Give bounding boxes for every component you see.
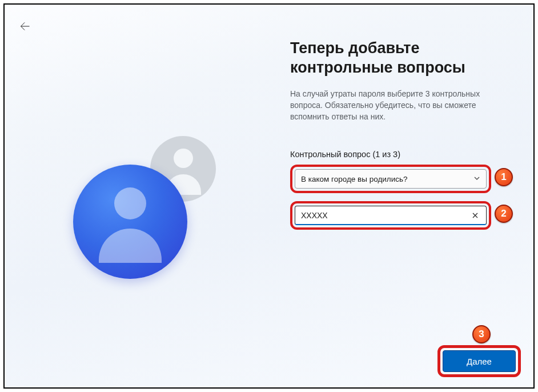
callout-badge-1: 1 xyxy=(495,168,513,186)
clear-input-button[interactable] xyxy=(469,209,481,222)
highlight-answer-input: XXXXX 2 xyxy=(290,201,491,230)
page-title: Теперь добавьте контрольные вопросы xyxy=(290,39,513,78)
security-answer-input[interactable]: XXXXX xyxy=(295,206,487,225)
form-panel: Теперь добавьте контрольные вопросы На с… xyxy=(290,39,513,238)
highlight-next-button: Далее 3 xyxy=(437,345,521,377)
security-question-select[interactable]: В каком городе вы родились? xyxy=(295,169,487,189)
next-button[interactable]: Далее xyxy=(443,350,516,372)
question-section-label: Контрольный вопрос (1 из 3) xyxy=(290,150,513,159)
highlight-question-select: В каком городе вы родились? 1 xyxy=(290,165,491,193)
arrow-left-icon xyxy=(19,21,31,32)
avatar-primary-icon xyxy=(73,165,187,279)
close-icon xyxy=(472,212,479,219)
back-button[interactable] xyxy=(17,18,33,34)
window-frame: Теперь добавьте контрольные вопросы На с… xyxy=(3,3,535,389)
security-question-value: В каком городе вы родились? xyxy=(301,175,408,183)
page-description: На случай утраты пароля выберите 3 контр… xyxy=(290,88,496,123)
user-illustration xyxy=(73,136,233,296)
callout-badge-3: 3 xyxy=(472,325,491,343)
next-button-label: Далее xyxy=(467,357,492,366)
callout-badge-2: 2 xyxy=(495,205,513,223)
chevron-down-icon xyxy=(473,175,480,183)
security-answer-value: XXXXX xyxy=(301,211,328,220)
